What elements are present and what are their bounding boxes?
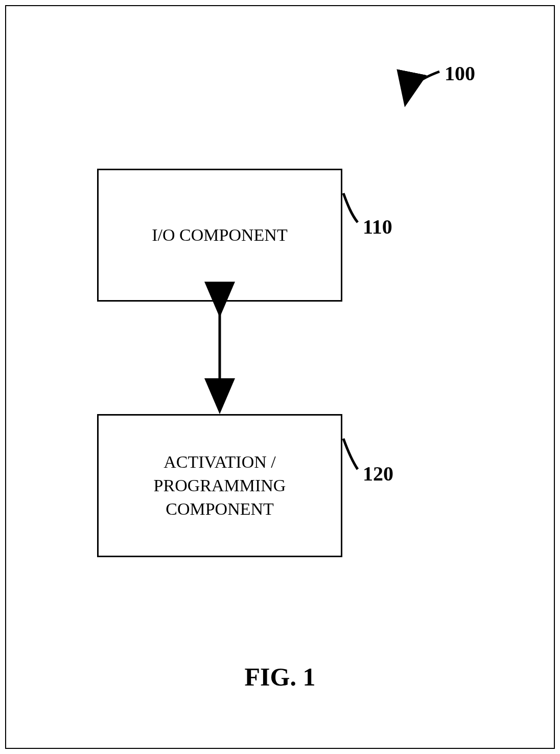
label-120: 120 (363, 462, 393, 486)
outer-frame (5, 5, 555, 749)
label-100: 100 (445, 61, 475, 85)
label-110: 110 (363, 215, 392, 239)
activation-programming-text: ACTIVATION / PROGRAMMING COMPONENT (154, 450, 286, 521)
io-component-box: I/O COMPONENT (97, 169, 342, 302)
activation-programming-box: ACTIVATION / PROGRAMMING COMPONENT (97, 414, 342, 557)
diagram-container: { "labels": { "system": "100", "box110":… (0, 0, 560, 754)
figure-title: FIG. 1 (0, 662, 560, 692)
io-component-text: I/O COMPONENT (152, 223, 287, 247)
